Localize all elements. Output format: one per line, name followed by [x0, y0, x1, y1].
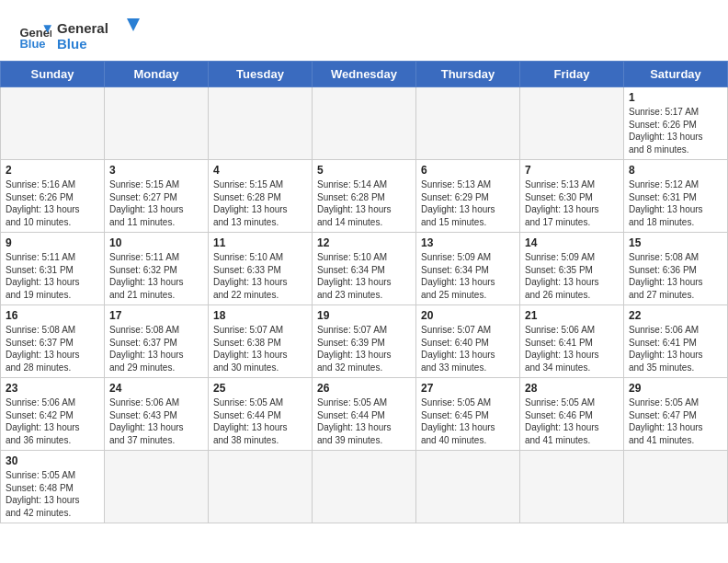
day-number: 26: [317, 382, 411, 395]
table-row: 4Sunrise: 5:15 AM Sunset: 6:28 PM Daylig…: [209, 160, 313, 233]
header-saturday: Saturday: [624, 62, 728, 87]
weekday-header-row: Sunday Monday Tuesday Wednesday Thursday…: [1, 62, 728, 87]
day-number: 4: [213, 164, 307, 177]
table-row: 23Sunrise: 5:06 AM Sunset: 6:42 PM Dayli…: [1, 378, 105, 451]
day-number: 27: [421, 382, 515, 395]
table-row: [416, 451, 520, 523]
day-info: Sunrise: 5:08 AM Sunset: 6:37 PM Dayligh…: [109, 324, 203, 373]
day-info: Sunrise: 5:05 AM Sunset: 6:47 PM Dayligh…: [629, 396, 722, 446]
table-row: 11Sunrise: 5:10 AM Sunset: 6:33 PM Dayli…: [209, 233, 313, 305]
logo-icon: General Blue: [18, 18, 51, 52]
table-row: 16Sunrise: 5:08 AM Sunset: 6:37 PM Dayli…: [1, 305, 105, 378]
day-number: 7: [525, 164, 619, 177]
table-row: 25Sunrise: 5:05 AM Sunset: 6:44 PM Dayli…: [209, 378, 313, 451]
day-number: 12: [317, 236, 411, 249]
day-number: 30: [6, 454, 99, 467]
day-info: Sunrise: 5:05 AM Sunset: 6:44 PM Dayligh…: [213, 396, 307, 446]
day-info: Sunrise: 5:09 AM Sunset: 6:34 PM Dayligh…: [421, 251, 515, 301]
day-number: 2: [6, 164, 99, 177]
calendar-table: Sunday Monday Tuesday Wednesday Thursday…: [0, 61, 728, 523]
table-row: 29Sunrise: 5:05 AM Sunset: 6:47 PM Dayli…: [624, 378, 728, 451]
table-row: [209, 451, 313, 523]
day-number: 14: [525, 236, 619, 249]
day-number: 29: [629, 382, 722, 395]
day-number: 9: [6, 236, 99, 249]
table-row: 12Sunrise: 5:10 AM Sunset: 6:34 PM Dayli…: [313, 233, 416, 305]
day-number: 3: [109, 164, 203, 177]
day-info: Sunrise: 5:13 AM Sunset: 6:30 PM Dayligh…: [525, 178, 619, 228]
day-info: Sunrise: 5:06 AM Sunset: 6:41 PM Dayligh…: [525, 324, 619, 373]
logo-svg: General Blue: [57, 17, 140, 53]
table-row: [520, 87, 624, 160]
day-info: Sunrise: 5:13 AM Sunset: 6:29 PM Dayligh…: [421, 178, 515, 228]
day-number: 11: [213, 236, 307, 249]
day-number: 10: [109, 236, 203, 249]
table-row: 26Sunrise: 5:05 AM Sunset: 6:44 PM Dayli…: [313, 378, 416, 451]
table-row: [624, 451, 728, 523]
day-number: 24: [109, 382, 203, 395]
day-info: Sunrise: 5:06 AM Sunset: 6:41 PM Dayligh…: [629, 324, 722, 373]
day-number: 19: [317, 309, 411, 322]
table-row: 18Sunrise: 5:07 AM Sunset: 6:38 PM Dayli…: [209, 305, 313, 378]
table-row: 1Sunrise: 5:17 AM Sunset: 6:26 PM Daylig…: [624, 87, 728, 160]
table-row: 10Sunrise: 5:11 AM Sunset: 6:32 PM Dayli…: [105, 233, 209, 305]
table-row: [105, 87, 209, 160]
day-info: Sunrise: 5:12 AM Sunset: 6:31 PM Dayligh…: [629, 178, 722, 228]
table-row: 28Sunrise: 5:05 AM Sunset: 6:46 PM Dayli…: [520, 378, 624, 451]
day-number: 15: [629, 236, 722, 249]
table-row: 7Sunrise: 5:13 AM Sunset: 6:30 PM Daylig…: [520, 160, 624, 233]
svg-marker-5: [127, 18, 140, 31]
table-row: [313, 87, 416, 160]
day-info: Sunrise: 5:11 AM Sunset: 6:32 PM Dayligh…: [109, 251, 203, 301]
day-number: 5: [317, 164, 411, 177]
day-number: 20: [421, 309, 515, 322]
day-info: Sunrise: 5:05 AM Sunset: 6:45 PM Dayligh…: [421, 396, 515, 446]
header-monday: Monday: [105, 62, 209, 87]
day-number: 23: [6, 382, 99, 395]
table-row: [520, 451, 624, 523]
day-number: 16: [6, 309, 99, 322]
day-info: Sunrise: 5:08 AM Sunset: 6:36 PM Dayligh…: [629, 251, 722, 301]
table-row: [105, 451, 209, 523]
day-info: Sunrise: 5:16 AM Sunset: 6:26 PM Dayligh…: [6, 178, 99, 228]
day-number: 18: [213, 309, 307, 322]
day-info: Sunrise: 5:07 AM Sunset: 6:38 PM Dayligh…: [213, 324, 307, 373]
svg-text:Blue: Blue: [19, 37, 45, 51]
table-row: 19Sunrise: 5:07 AM Sunset: 6:39 PM Dayli…: [313, 305, 416, 378]
day-info: Sunrise: 5:17 AM Sunset: 6:26 PM Dayligh…: [629, 106, 722, 155]
table-row: [209, 87, 313, 160]
header-thursday: Thursday: [416, 62, 520, 87]
header-wednesday: Wednesday: [313, 62, 416, 87]
table-row: [313, 451, 416, 523]
day-info: Sunrise: 5:05 AM Sunset: 6:48 PM Dayligh…: [6, 469, 99, 519]
table-row: 22Sunrise: 5:06 AM Sunset: 6:41 PM Dayli…: [624, 305, 728, 378]
day-info: Sunrise: 5:14 AM Sunset: 6:28 PM Dayligh…: [317, 178, 411, 228]
day-info: Sunrise: 5:05 AM Sunset: 6:46 PM Dayligh…: [525, 396, 619, 446]
table-row: 20Sunrise: 5:07 AM Sunset: 6:40 PM Dayli…: [416, 305, 520, 378]
day-number: 25: [213, 382, 307, 395]
table-row: 13Sunrise: 5:09 AM Sunset: 6:34 PM Dayli…: [416, 233, 520, 305]
day-info: Sunrise: 5:15 AM Sunset: 6:28 PM Dayligh…: [213, 178, 307, 228]
day-info: Sunrise: 5:06 AM Sunset: 6:43 PM Dayligh…: [109, 396, 203, 446]
day-number: 13: [421, 236, 515, 249]
day-number: 8: [629, 164, 722, 177]
day-info: Sunrise: 5:08 AM Sunset: 6:37 PM Dayligh…: [6, 324, 99, 373]
page-header: General Blue General Blue: [0, 0, 728, 61]
table-row: 27Sunrise: 5:05 AM Sunset: 6:45 PM Dayli…: [416, 378, 520, 451]
day-number: 28: [525, 382, 619, 395]
table-row: 14Sunrise: 5:09 AM Sunset: 6:35 PM Dayli…: [520, 233, 624, 305]
table-row: 2Sunrise: 5:16 AM Sunset: 6:26 PM Daylig…: [1, 160, 105, 233]
table-row: 30Sunrise: 5:05 AM Sunset: 6:48 PM Dayli…: [1, 451, 105, 523]
table-row: 5Sunrise: 5:14 AM Sunset: 6:28 PM Daylig…: [313, 160, 416, 233]
table-row: [416, 87, 520, 160]
table-row: 24Sunrise: 5:06 AM Sunset: 6:43 PM Dayli…: [105, 378, 209, 451]
logo: General Blue General Blue: [18, 17, 140, 53]
table-row: [1, 87, 105, 160]
day-info: Sunrise: 5:07 AM Sunset: 6:40 PM Dayligh…: [421, 324, 515, 373]
table-row: 8Sunrise: 5:12 AM Sunset: 6:31 PM Daylig…: [624, 160, 728, 233]
day-info: Sunrise: 5:11 AM Sunset: 6:31 PM Dayligh…: [6, 251, 99, 301]
day-number: 1: [629, 91, 722, 104]
day-info: Sunrise: 5:15 AM Sunset: 6:27 PM Dayligh…: [109, 178, 203, 228]
svg-text:General: General: [57, 20, 108, 36]
day-number: 6: [421, 164, 515, 177]
